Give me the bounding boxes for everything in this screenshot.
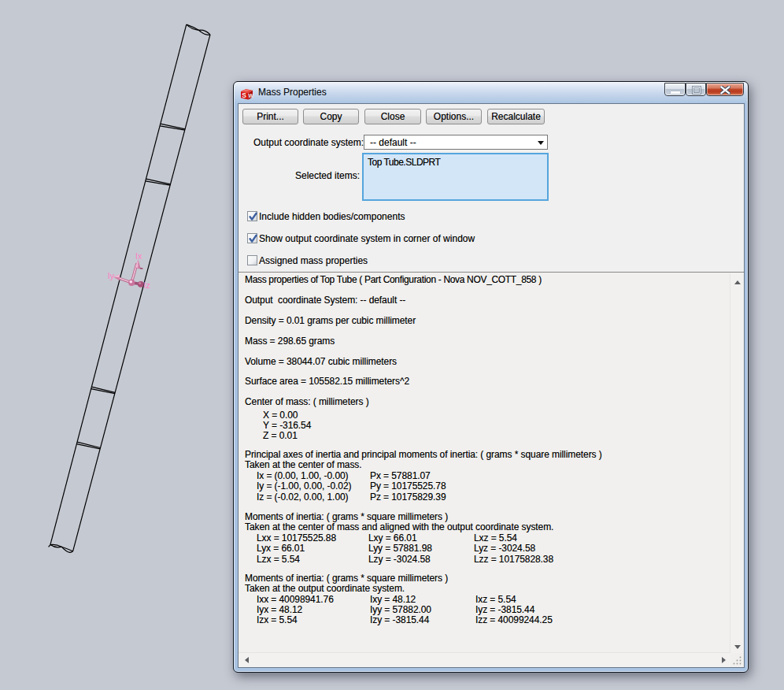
svg-text:W: W — [249, 93, 253, 98]
svg-text:Iy: Iy — [108, 271, 115, 280]
svg-text:Ix: Ix — [135, 251, 142, 261]
svg-text:S: S — [242, 91, 246, 99]
svg-text:Iz: Iz — [144, 280, 150, 290]
